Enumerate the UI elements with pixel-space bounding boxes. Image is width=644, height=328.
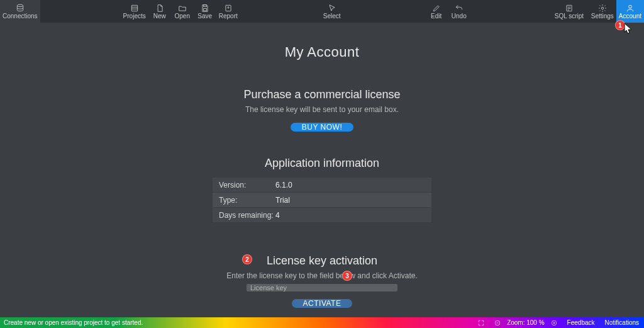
connections-label: Connections <box>3 13 38 20</box>
fit-icon <box>478 320 484 326</box>
zoom-in-button[interactable] <box>546 317 562 328</box>
main-toolbar: Connections Projects New Open Save Repor… <box>0 0 644 23</box>
save-button[interactable]: Save <box>194 0 216 23</box>
new-button[interactable]: New <box>148 0 171 23</box>
user-icon <box>626 4 635 13</box>
cursor-icon <box>328 4 336 13</box>
zoom-out-button[interactable] <box>489 317 506 328</box>
svg-point-12 <box>629 5 632 8</box>
undo-button[interactable]: Undo <box>448 0 470 23</box>
appinfo-heading: Application information <box>265 157 379 170</box>
undo-icon <box>455 4 464 13</box>
settings-button[interactable]: Settings <box>589 0 616 23</box>
folder-open-icon <box>178 4 187 13</box>
purchase-subtext: The license key will be sent to your ema… <box>245 105 399 114</box>
database-icon <box>16 4 25 13</box>
notifications-link[interactable]: Notifications <box>600 317 644 328</box>
appinfo-table: Version: 6.1.0 Type: Trial Days remainin… <box>213 178 431 223</box>
activate-button[interactable]: ACTIVATE <box>292 299 353 308</box>
page-title: My Account <box>285 44 360 60</box>
select-button[interactable]: Select <box>321 0 343 23</box>
table-row: Version: 6.1.0 <box>213 178 431 193</box>
projects-icon <box>130 4 139 13</box>
svg-point-11 <box>601 7 604 9</box>
svg-rect-5 <box>203 8 206 10</box>
account-button[interactable]: Account <box>616 0 644 23</box>
script-icon <box>565 4 574 13</box>
export-icon <box>224 4 233 13</box>
buy-now-button[interactable]: BUY NOW! <box>291 123 353 132</box>
account-page: My Account Purchase a commercial license… <box>0 23 644 317</box>
connections-button[interactable]: Connections <box>0 0 40 23</box>
table-row: Days remaining: 4 <box>213 208 431 223</box>
pencil-icon <box>432 4 441 13</box>
edit-button[interactable]: Edit <box>425 0 448 23</box>
feedback-link[interactable]: Feedback <box>562 317 600 328</box>
sqlscript-button[interactable]: SQL script <box>552 0 586 23</box>
projects-button[interactable]: Projects <box>121 0 148 23</box>
table-row: Type: Trial <box>213 193 431 208</box>
activation-heading: License key activation <box>267 254 377 268</box>
svg-rect-1 <box>131 5 137 11</box>
mouse-cursor-icon <box>624 23 633 34</box>
fit-screen-button[interactable] <box>473 317 489 328</box>
svg-point-0 <box>17 4 23 6</box>
open-button[interactable]: Open <box>171 0 194 23</box>
file-new-icon <box>155 4 164 13</box>
report-button[interactable]: Report <box>216 0 240 23</box>
minus-circle-icon <box>494 320 501 326</box>
save-icon <box>201 4 209 13</box>
svg-rect-4 <box>203 4 206 6</box>
gear-icon <box>598 4 607 13</box>
plus-circle-icon <box>551 320 557 326</box>
status-bar: Create new or open existing project to g… <box>0 317 644 328</box>
zoom-level: Zoom: 100 % <box>506 317 545 328</box>
status-message: Create new or open existing project to g… <box>0 319 143 326</box>
purchase-heading: Purchase a commercial license <box>243 88 400 101</box>
activation-subtext: Enter the license key to the field below… <box>226 271 418 280</box>
license-key-input[interactable] <box>247 284 397 291</box>
